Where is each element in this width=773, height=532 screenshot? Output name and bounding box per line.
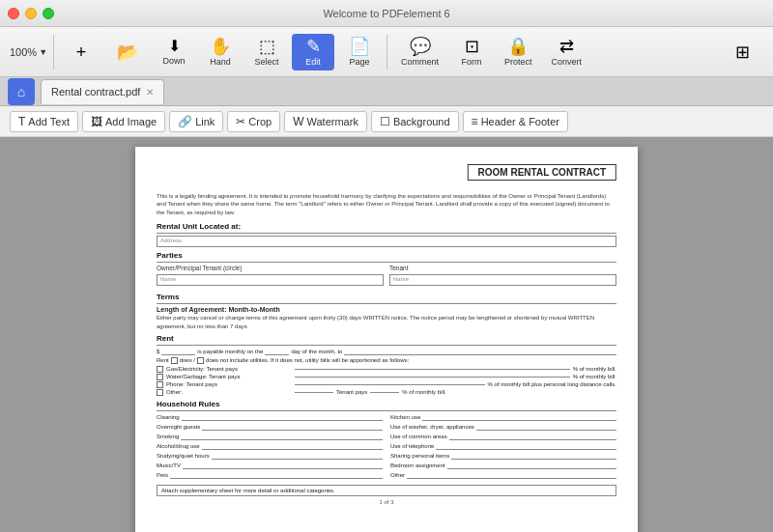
- smoking-line[interactable]: [181, 433, 383, 440]
- washer-label: Use of washer, dryer, appliances: [390, 424, 474, 430]
- kitchen-line[interactable]: [422, 413, 616, 421]
- hh-row-smoking: Smoking: [157, 433, 383, 440]
- phone-cb[interactable]: [157, 381, 163, 388]
- tool-select[interactable]: ⬚ Select: [245, 34, 288, 70]
- owner-name-field[interactable]: Name: [157, 274, 384, 286]
- terms-sub-header: Length of Agreement: Month-to-Month: [157, 306, 616, 313]
- water-line[interactable]: [295, 377, 570, 378]
- header-footer-button[interactable]: ≡ Header & Footer: [463, 111, 568, 132]
- common-line[interactable]: [449, 433, 616, 440]
- other-pct: % of monthly bill.: [402, 389, 445, 395]
- close-button[interactable]: [8, 8, 19, 19]
- terms-body: Either party may cancel or change terms …: [157, 314, 616, 330]
- tool-form[interactable]: ⊡ Form: [450, 34, 493, 70]
- water-cb[interactable]: [157, 374, 163, 380]
- add-text-label: Add Text: [28, 116, 70, 127]
- rent-header: Rent: [157, 334, 616, 343]
- pets-line[interactable]: [170, 471, 383, 479]
- background-icon: ☐: [380, 115, 390, 128]
- utility-row-water: Water/Garbage: Tenant pays % of monthly …: [157, 374, 616, 380]
- other-hh-line[interactable]: [407, 471, 616, 479]
- select-label: Select: [255, 57, 279, 67]
- address-field[interactable]: Address: [157, 236, 616, 247]
- home-icon: ⌂: [17, 84, 25, 99]
- comment-label: Comment: [401, 57, 439, 67]
- hand-icon: ✋: [210, 38, 231, 55]
- parties-header: Parties: [157, 251, 616, 260]
- tool-protect[interactable]: 🔒 Protect: [497, 34, 540, 70]
- rent-day-field[interactable]: [265, 348, 289, 355]
- crop-button[interactable]: ✂ Crop: [227, 111, 280, 132]
- tool-convert[interactable]: ⇄ Convert: [544, 34, 590, 70]
- hh-row-common: Use of common areas: [390, 433, 616, 440]
- other-cb[interactable]: [157, 389, 163, 396]
- home-button[interactable]: ⌂: [8, 78, 35, 105]
- alcohol-label: Alcohol/drug use: [157, 443, 200, 449]
- traffic-lights: [8, 8, 54, 19]
- add-image-icon: 🖼: [91, 115, 102, 128]
- tenant-name-field[interactable]: Name: [389, 274, 616, 286]
- music-line[interactable]: [183, 462, 383, 469]
- utility-rows: Gas/Electricity: Tenant pays % of monthl…: [157, 366, 616, 396]
- alcohol-line[interactable]: [202, 442, 383, 450]
- bedroom-line[interactable]: [447, 462, 616, 469]
- gas-line[interactable]: [295, 369, 570, 370]
- utility-row-phone: Phone: Tenant pays % of monthly bill plu…: [157, 381, 616, 388]
- cleaning-line[interactable]: [182, 413, 383, 421]
- tool-comment[interactable]: 💬 Comment: [393, 34, 446, 70]
- telephone-line[interactable]: [436, 442, 616, 450]
- watermark-label: Watermark: [307, 116, 358, 127]
- document-tab[interactable]: Rental contract.pdf ✕: [41, 79, 164, 104]
- tool-more[interactable]: ⊞: [721, 40, 763, 65]
- tab-close-button[interactable]: ✕: [146, 87, 154, 98]
- guests-line[interactable]: [202, 423, 383, 431]
- page-number: 1 of 3: [157, 499, 616, 505]
- other-line2[interactable]: [370, 392, 399, 393]
- add-image-button[interactable]: 🖼 Add Image: [82, 111, 165, 132]
- attachment-note: Attach supplementary sheet for more deta…: [157, 485, 616, 496]
- not-includes-cb[interactable]: [197, 357, 204, 364]
- edit-icon: ✎: [306, 38, 321, 55]
- washer-line[interactable]: [476, 423, 616, 431]
- gas-label: Gas/Electricity: Tenant pays: [166, 366, 292, 372]
- hh-row-sharing: Sharing personal items: [390, 452, 616, 460]
- title-bar: Welcome to PDFelement 6: [0, 0, 773, 27]
- select-icon: ⬚: [259, 38, 275, 55]
- minimize-button[interactable]: [25, 8, 37, 19]
- other-line1[interactable]: [295, 392, 333, 393]
- tool-new[interactable]: +: [60, 40, 102, 65]
- maximize-button[interactable]: [43, 8, 54, 19]
- comment-icon: 💬: [410, 38, 431, 55]
- hh-row-telephone: Use of telephone: [390, 442, 616, 450]
- quiet-line[interactable]: [212, 452, 383, 460]
- tool-page[interactable]: 📄 Page: [338, 34, 381, 70]
- link-button[interactable]: 🔗 Link: [169, 111, 223, 132]
- crop-label: Crop: [248, 116, 272, 127]
- form-icon: ⊡: [465, 38, 479, 55]
- toolbar-divider-2: [386, 35, 387, 70]
- rent-payee-field[interactable]: [344, 348, 616, 355]
- crop-icon: ✂: [236, 115, 245, 128]
- sharing-line[interactable]: [451, 452, 616, 460]
- gas-pct: % of monthly bill.: [573, 366, 616, 372]
- more-icon: ⊞: [735, 43, 750, 61]
- add-text-button[interactable]: T Add Text: [10, 111, 78, 132]
- tool-open[interactable]: 📂: [106, 40, 149, 65]
- zoom-dropdown-icon[interactable]: ▼: [39, 47, 47, 57]
- tool-edit[interactable]: ✎ Edit: [292, 34, 334, 70]
- background-button[interactable]: ☐ Background: [371, 111, 459, 132]
- tenant-pays-text: Tenant pays: [336, 389, 367, 395]
- phone-line[interactable]: [295, 384, 485, 385]
- watermark-button[interactable]: W Watermark: [284, 111, 367, 132]
- hh-row-kitchen: Kitchen use: [390, 413, 616, 421]
- includes-cb[interactable]: [171, 357, 178, 364]
- main-toolbar: 100% ▼ + 📂 ⬇ Down ✋ Hand ⬚ Select ✎ Edit…: [0, 27, 773, 77]
- gas-cb[interactable]: [157, 366, 163, 373]
- watermark-icon: W: [293, 115, 303, 128]
- tool-hand[interactable]: ✋ Hand: [199, 34, 242, 70]
- tool-down[interactable]: ⬇ Down: [153, 35, 195, 70]
- phone-pct: % of monthly bill plus personal long dis…: [488, 381, 616, 387]
- window-title: Welcome to PDFelement 6: [323, 8, 449, 19]
- rent-amount-field[interactable]: [161, 348, 195, 355]
- kitchen-label: Kitchen use: [390, 414, 420, 420]
